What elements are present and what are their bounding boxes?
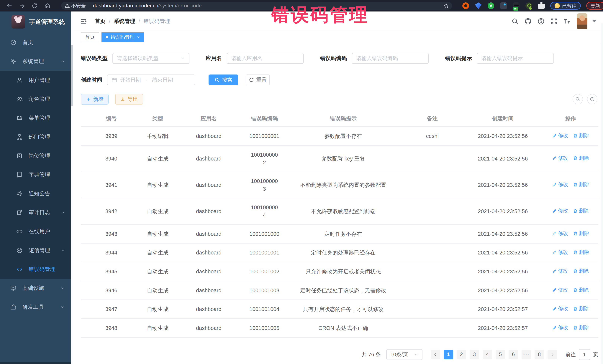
date-range-picker[interactable]: 开始日期 - 结束日期 — [107, 75, 195, 85]
cell-type: 自动生成 — [142, 224, 174, 243]
update-button[interactable]: 更新 — [586, 2, 603, 10]
browser-reload-icon[interactable] — [32, 3, 38, 9]
export-button[interactable]: 导出 — [115, 94, 143, 105]
sidebar-item-10[interactable]: 在线用户 — [0, 222, 73, 241]
page-button-8[interactable]: 8 — [534, 350, 544, 359]
sidebar-item-4[interactable]: 菜单管理 — [0, 109, 73, 128]
edit-link[interactable]: 修改 — [552, 154, 568, 162]
breadcrumb-home[interactable]: 首页 — [95, 18, 105, 25]
edit-link[interactable]: 修改 — [552, 286, 568, 294]
browser-home-icon[interactable] — [44, 3, 50, 9]
extension-gem-icon[interactable] — [475, 2, 482, 9]
extension-orange-icon[interactable] — [462, 2, 469, 9]
extension-switch-on-icon[interactable] — [513, 2, 520, 9]
delete-link[interactable]: 删除 — [573, 207, 589, 214]
edit-link[interactable]: 修改 — [552, 324, 568, 331]
cell-code: 1001001004 — [244, 300, 285, 319]
tab-close-icon[interactable]: × — [137, 35, 140, 39]
edit-link[interactable]: 修改 — [552, 132, 568, 139]
delete-link[interactable]: 删除 — [573, 286, 589, 294]
page-ellipsis[interactable]: ··· — [522, 350, 531, 359]
cell-id: 3939 — [81, 127, 142, 145]
table-row: 3943自动生成dashboard1001001000定时任务不存在2021-0… — [81, 224, 598, 243]
page-button-6[interactable]: 6 — [509, 350, 518, 359]
add-button[interactable]: 新增 — [81, 94, 109, 105]
goto-page-input[interactable] — [579, 349, 590, 360]
edit-link[interactable]: 修改 — [552, 230, 568, 237]
app-name-input[interactable] — [231, 55, 299, 61]
sidebar-item-8[interactable]: 通知公告 — [0, 184, 73, 203]
tab-error-code[interactable]: 错误码管理× — [102, 33, 144, 42]
edit-link[interactable]: 修改 — [552, 249, 568, 256]
address-bar[interactable]: 不安全 dashboard.yudao.iocoder.cn/system/er… — [61, 2, 452, 10]
reset-button[interactable]: 重置 — [246, 75, 270, 85]
app-logo-row[interactable]: 芋道管理系统 — [0, 11, 73, 32]
delete-link[interactable]: 删除 — [573, 267, 589, 275]
breadcrumb-system[interactable]: 系统管理 — [114, 18, 135, 25]
cell-id: 3942 — [81, 198, 142, 224]
sidebar-item-7[interactable]: 字典管理 — [0, 165, 73, 184]
delete-link[interactable]: 删除 — [573, 305, 589, 312]
tab-home[interactable]: 首页 — [81, 33, 99, 42]
error-type-select[interactable]: 请选择错误码类型 — [112, 53, 189, 64]
delete-link[interactable]: 删除 — [573, 154, 589, 162]
page-button-3[interactable]: 3 — [470, 350, 479, 359]
cell-memo — [402, 243, 463, 262]
extension-grid-icon[interactable] — [500, 2, 507, 9]
edit-link[interactable]: 修改 — [552, 181, 568, 188]
page-button-1[interactable]: 1 — [444, 350, 453, 359]
avatar-caret-icon[interactable] — [592, 20, 596, 22]
page-button-5[interactable]: 5 — [496, 350, 505, 359]
cell-code: 100100000 2 — [244, 145, 285, 172]
page-button-2[interactable]: 2 — [457, 350, 466, 359]
prev-page-button[interactable] — [431, 350, 440, 359]
delete-link[interactable]: 删除 — [573, 132, 589, 139]
browser-forward-icon[interactable] — [19, 3, 25, 9]
extension-green-check-icon[interactable]: V — [487, 2, 494, 9]
page-size-select[interactable]: 10条/页 — [386, 349, 422, 360]
sidebar-item-3[interactable]: 角色管理 — [0, 90, 73, 109]
browser-back-icon[interactable] — [6, 3, 13, 9]
sidebar-toggle-icon[interactable] — [80, 18, 87, 25]
delete-link[interactable]: 删除 — [573, 230, 589, 237]
next-page-button[interactable] — [547, 350, 557, 359]
sidebar-item-0[interactable]: 首页 — [0, 33, 73, 52]
bookmark-star-icon[interactable] — [443, 3, 449, 9]
font-size-icon[interactable] — [563, 18, 571, 25]
sidebar-item-14[interactable]: 研发工具 — [0, 298, 73, 317]
sidebar-item-13[interactable]: 基础设施 — [0, 279, 73, 298]
table-row: 3941自动生成dashboard100100000 3不能删除类型为系统内置的… — [81, 172, 598, 198]
sidebar-item-1[interactable]: 系统管理 — [0, 52, 73, 71]
header-search-icon[interactable] — [511, 18, 519, 25]
sidebar-item-2[interactable]: 用户管理 — [0, 71, 73, 90]
sidebar-scrollbar[interactable] — [71, 11, 73, 364]
toggle-search-button[interactable] — [573, 94, 583, 104]
delete-link[interactable]: 删除 — [573, 181, 589, 188]
sidebar-item-12[interactable]: 错误码管理 — [0, 260, 73, 279]
cell-type: 自动生成 — [142, 243, 174, 262]
search-button[interactable]: 搜索 — [209, 75, 238, 85]
github-icon[interactable] — [524, 18, 532, 25]
help-icon[interactable] — [537, 18, 545, 25]
sidebar-item-6[interactable]: 岗位管理 — [0, 146, 73, 165]
edit-link[interactable]: 修改 — [552, 207, 568, 214]
edit-link[interactable]: 修改 — [552, 267, 568, 275]
extension-key-icon[interactable] — [525, 2, 532, 9]
fullscreen-icon[interactable] — [550, 18, 558, 25]
refresh-table-button[interactable] — [587, 94, 597, 104]
sidebar-scrollbar-thumb[interactable] — [71, 45, 73, 106]
user-avatar[interactable] — [577, 13, 587, 29]
sidebar-item-9[interactable]: 审计日志 — [0, 203, 73, 222]
delete-link[interactable]: 删除 — [573, 249, 589, 256]
edit-link[interactable]: 修改 — [552, 305, 568, 312]
extensions-puzzle-icon[interactable] — [538, 2, 545, 9]
cell-memo: ceshi — [402, 127, 463, 145]
paused-badge[interactable]: 已暂停 — [550, 2, 581, 10]
page-button-4[interactable]: 4 — [483, 350, 492, 359]
error-code-input[interactable] — [356, 55, 424, 61]
sidebar-item-11[interactable]: 短信管理 — [0, 241, 73, 260]
delete-link[interactable]: 删除 — [573, 324, 589, 331]
sidebar-item-label: 系统管理 — [23, 58, 44, 65]
sidebar-item-5[interactable]: 部门管理 — [0, 128, 73, 146]
error-hint-input[interactable] — [481, 55, 549, 61]
